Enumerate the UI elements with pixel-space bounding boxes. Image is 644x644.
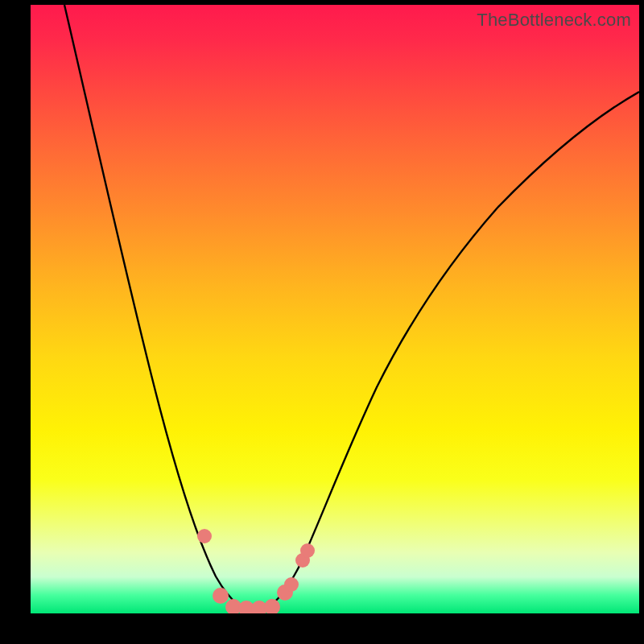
bottleneck-curve: [31, 5, 639, 613]
marker-dot: [264, 599, 280, 613]
marker-dot: [197, 529, 212, 543]
marker-dot: [300, 543, 315, 558]
marker-dot: [213, 588, 229, 604]
marker-dot: [284, 577, 299, 592]
curve-path: [64, 5, 639, 610]
plot-area: TheBottleneck.com: [31, 5, 639, 613]
chart-frame: TheBottleneck.com: [0, 0, 644, 644]
